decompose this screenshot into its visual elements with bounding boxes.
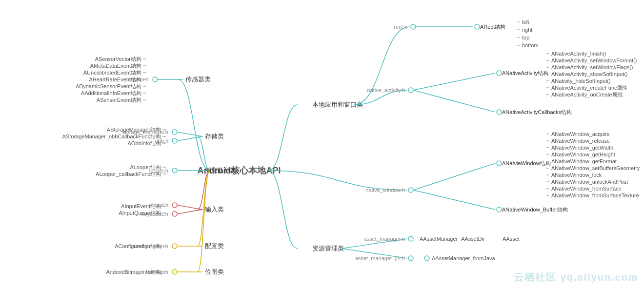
svg-text:ANativeWindow_acquire: ANativeWindow_acquire [551,131,610,137]
svg-text:ANativeWindow_fromSurface: ANativeWindow_fromSurface [551,186,622,192]
svg-text:ANatvieWindow结构: ANatvieWindow结构 [502,160,551,166]
svg-point-84 [408,256,413,261]
svg-point-13 [172,130,177,134]
svg-text:rect.h: rect.h [394,24,407,30]
svg-text:right: right [522,27,532,33]
svg-text:传感器类: 传感器类 [185,76,211,83]
svg-text:AAssetManager_fromJava: AAssetManager_fromJava [432,255,495,261]
svg-text:ANativeActivity_showSoftInput(: ANativeActivity_showSoftInput() [551,71,628,77]
svg-point-59 [497,110,502,115]
svg-text:输入类: 输入类 [205,206,224,213]
svg-text:ANativeWindow_unlockAndPost: ANativeWindow_unlockAndPost [551,179,628,185]
svg-text:AndroidBitmapInfo结构: AndroidBitmapInfo结构 [106,269,161,275]
svg-text:asset_manager.h: asset_manager.h [364,236,405,242]
svg-point-50 [497,71,502,76]
svg-text:ANativeWindow_setBuffersGeomet: ANativeWindow_setBuffersGeometry [551,165,640,171]
svg-text:top: top [522,35,529,40]
svg-point-15 [172,138,177,143]
svg-text:ANativeActivity结构: ANativeActivity结构 [502,70,548,76]
svg-text:ALooper_callbackFunc结构: ALooper_callbackFunc结构 [96,171,161,177]
svg-point-42 [475,24,480,29]
svg-point-79 [408,236,413,241]
svg-text:ANativeWindow_getWidth: ANativeWindow_getWidth [551,145,613,151]
svg-point-63 [497,161,502,166]
svg-text:native_activity.h: native_activity.h [367,87,405,93]
svg-text:ARect结构: ARect结构 [480,24,505,30]
watermark: 云栖社区 yq.aliyun.com [514,271,638,284]
svg-point-85 [424,256,429,261]
svg-text:ANativeWindow_release: ANativeWindow_release [551,138,610,144]
svg-point-49 [408,88,413,93]
svg-text:AConfiguration结构: AConfiguration结构 [115,243,161,249]
svg-text:ANativeWindow_lock: ANativeWindow_lock [551,172,602,178]
svg-text:ANativeWindow_fromSurfaceTextu: ANativeWindow_fromSurfaceTexture [551,192,639,198]
svg-text:ANativeActivity_createFunc属性: ANativeActivity_createFunc属性 [551,85,628,91]
svg-point-33 [172,244,177,249]
svg-text:AStorageManager结构: AStorageManager结构 [107,127,161,133]
svg-text:存储类: 存储类 [205,133,224,140]
svg-text:配置类: 配置类 [205,242,224,250]
svg-text:ANativity_hideSoftInput(): ANativity_hideSoftInput() [551,78,611,84]
svg-text:资源管理类: 资源管理类 [312,245,344,252]
svg-text:left: left [522,19,529,25]
svg-text:AUncalibratedEvent结构: AUncalibratedEvent结构 [83,70,141,76]
svg-text:ASensorVector结构: ASensorVector结构 [95,56,141,62]
svg-text:AAsset: AAsset [503,236,520,242]
svg-text:AAssetManager: AAssetManager [420,236,458,242]
svg-text:ANativeActivity_setWindowFlags: ANativeActivity_setWindowFlags() [551,64,633,70]
svg-point-21 [172,168,177,173]
svg-point-28 [172,211,177,216]
svg-text:bottom: bottom [522,42,539,48]
svg-point-3 [153,77,158,82]
svg-text:AObbInfo结构: AObbInfo结构 [128,140,161,146]
svg-text:AInputQueue结构: AInputQueue结构 [119,210,161,216]
svg-text:ANativeActivity_finish(): ANativeActivity_finish() [551,51,606,57]
svg-text:位图类: 位图类 [205,268,224,275]
svg-text:native_window.h: native_window.h [365,187,405,193]
svg-point-37 [172,269,177,274]
svg-text:ANativeWindow_getHeight: ANativeWindow_getHeight [551,152,615,157]
svg-text:AAdditionalInfoEvent结构: AAdditionalInfoEvent结构 [81,90,141,96]
svg-text:asset_manager_jni.h: asset_manager_jni.h [355,255,405,261]
svg-point-26 [172,203,177,208]
svg-point-62 [408,188,413,192]
svg-text:ALooper结构: ALooper结构 [130,164,161,170]
svg-text:ANativeActivityCallbacks结构: ANativeActivityCallbacks结构 [502,109,572,115]
svg-text:ASensorEvent结构: ASensorEvent结构 [97,97,141,103]
svg-text:AHeartRateEvent结构: AHeartRateEvent结构 [89,77,141,82]
svg-text:AAssetDir: AAssetDir [461,236,485,242]
svg-text:AInputEvent结构: AInputEvent结构 [121,203,161,209]
svg-text:ANativeActivity_onCreate属性: ANativeActivity_onCreate属性 [551,92,623,97]
svg-text:AMetaDataEvent结构: AMetaDataEvent结构 [90,63,141,69]
svg-text:ADynamicSensorEvent结构: ADynamicSensorEvent结构 [76,83,141,89]
svg-text:AStorageManager_obbCallbackFun: AStorageManager_obbCallbackFunc结构 [62,134,161,139]
svg-text:ANativeActivity_setWindowForma: ANativeActivity_setWindowFormat() [551,58,637,63]
svg-point-41 [411,24,416,29]
svg-text:ANativeWindow_Buffer结构: ANativeWindow_Buffer结构 [502,207,568,212]
svg-point-75 [497,207,502,212]
svg-text:ANativeWindow_getFormat: ANativeWindow_getFormat [551,158,617,164]
